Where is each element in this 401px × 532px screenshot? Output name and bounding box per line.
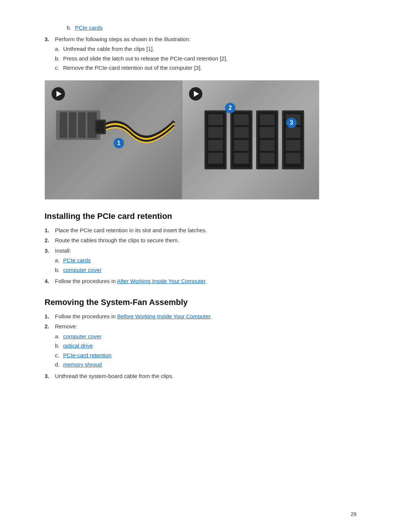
- item-content: PCIe cards: [75, 24, 356, 32]
- install-letter-b: b.: [55, 266, 63, 275]
- remove-d-content: memory shroud: [63, 361, 356, 369]
- memory-shroud-link[interactable]: memory shroud: [63, 361, 102, 368]
- s1-num3: 3.: [45, 247, 55, 276]
- install-b-content: computer cover: [63, 266, 356, 275]
- s2-num2: 2.: [45, 322, 55, 370]
- step3-b-text: Press and slide the latch out to release…: [63, 55, 356, 63]
- illustration-panel-right: 2 3: [182, 81, 319, 199]
- badge-3: 3: [286, 118, 297, 128]
- computer-cover-remove-link[interactable]: computer cover: [63, 333, 101, 339]
- s2-num3: 3.: [45, 372, 55, 381]
- section2-step2: 2. Remove: a. computer cover b. optical …: [45, 322, 356, 370]
- svg-rect-15: [234, 114, 249, 125]
- pcie-card-retention-link[interactable]: PCIe-card retention: [63, 352, 111, 358]
- svg-rect-29: [286, 140, 300, 151]
- step-3-content: Perform the following steps as shown in …: [55, 35, 356, 73]
- section2-step3: 3. Unthread the system-board cable from …: [45, 372, 356, 381]
- svg-rect-10: [208, 127, 223, 138]
- svg-rect-23: [260, 140, 275, 151]
- remove-item-a: a. computer cover: [55, 332, 356, 341]
- step3-sub-b: b. Press and slide the latch out to rele…: [55, 55, 356, 63]
- letter-c: c.: [55, 64, 63, 72]
- step-3-item: 3. Perform the following steps as shown …: [45, 35, 356, 73]
- svg-rect-2: [69, 112, 76, 138]
- remove-letter-b: b.: [55, 342, 63, 350]
- svg-rect-1: [60, 112, 67, 138]
- remove-a-content: computer cover: [63, 332, 356, 341]
- svg-rect-21: [260, 114, 275, 125]
- s1-step4-content: Follow the procedures in After Working I…: [55, 277, 356, 286]
- s2-step3-text: Unthread the system-board cable from the…: [55, 372, 356, 381]
- svg-rect-18: [234, 152, 249, 164]
- section2-step1: 1. Follow the procedures in Before Worki…: [45, 312, 356, 321]
- after-working-link[interactable]: After Working Inside Your Computer: [117, 278, 205, 284]
- install-item-b: b. computer cover: [55, 266, 356, 275]
- step3-sub-a: a. Unthread the cable from the clips [1]…: [55, 45, 356, 53]
- svg-rect-30: [286, 152, 300, 164]
- step3-sub-c: c. Remove the PCIe-card retention out of…: [55, 64, 356, 72]
- svg-rect-28: [286, 127, 300, 138]
- remove-item-d: d. memory shroud: [55, 361, 356, 369]
- s2-num1: 1.: [45, 312, 55, 321]
- svg-rect-11: [208, 140, 223, 151]
- section1-step1: 1. Place the PCIe card retention in its …: [45, 226, 356, 235]
- letter-a: a.: [55, 45, 63, 53]
- pcie-cards-link-top[interactable]: PCIe cards: [75, 24, 102, 31]
- left-panel-svg: [45, 81, 182, 199]
- svg-rect-17: [234, 140, 249, 151]
- section1-step3: 3. Install: a. PCIe cards b. computer co…: [45, 247, 356, 276]
- remove-item-c: c. PCIe-card retention: [55, 351, 356, 360]
- before-working-link[interactable]: Before Working Inside Your Computer: [117, 313, 211, 319]
- pcie-cards-install-link[interactable]: PCIe cards: [63, 257, 91, 263]
- item-letter: b.: [67, 24, 75, 32]
- s1-step1-text: Place the PCIe card retention in its slo…: [55, 226, 356, 235]
- section1-step4: 4. Follow the procedures in After Workin…: [45, 277, 356, 286]
- remove-letter-c: c.: [55, 351, 63, 360]
- svg-rect-24: [260, 152, 275, 164]
- section2-title: Removing the System-Fan Assembly: [45, 298, 356, 307]
- step3-a-text: Unthread the cable from the clips [1].: [63, 45, 356, 53]
- s1-num4: 4.: [45, 277, 55, 286]
- s1-step3-content: Install: a. PCIe cards b. computer cover: [55, 247, 356, 276]
- svg-rect-6: [96, 121, 104, 133]
- svg-rect-16: [234, 127, 249, 138]
- svg-rect-9: [208, 114, 223, 125]
- svg-rect-12: [208, 152, 223, 164]
- letter-b: b.: [55, 55, 63, 63]
- s2-step2-content: Remove: a. computer cover b. optical dri…: [55, 322, 356, 370]
- illustration-container: 1: [45, 80, 319, 200]
- badge-1: 1: [114, 138, 124, 148]
- s1-num1: 1.: [45, 226, 55, 235]
- step-num: 3.: [45, 35, 55, 73]
- svg-rect-22: [260, 127, 275, 138]
- remove-letter-d: d.: [55, 361, 63, 369]
- install-a-content: PCIe cards: [63, 256, 356, 265]
- step3-c-text: Remove the PCIe-card retention out of th…: [63, 64, 356, 72]
- s1-step2-text: Route the cables through the clips to se…: [55, 236, 356, 245]
- remove-item-b: b. optical drive: [55, 342, 356, 350]
- section1-step2: 2. Route the cables through the clips to…: [45, 236, 356, 245]
- s2-step1-content: Follow the procedures in Before Working …: [55, 312, 356, 321]
- section1-title: Installing the PCIe card retention: [45, 211, 356, 221]
- optical-drive-link[interactable]: optical drive: [63, 342, 93, 349]
- badge-2: 2: [225, 103, 235, 113]
- sub-list-item-b: b. PCIe cards: [67, 24, 356, 32]
- right-panel-svg: [182, 81, 319, 199]
- svg-rect-3: [78, 112, 86, 138]
- install-letter-a: a.: [55, 256, 63, 265]
- remove-b-content: optical drive: [63, 342, 356, 350]
- install-item-a: a. PCIe cards: [55, 256, 356, 265]
- illustration-panel-left: 1: [45, 81, 182, 199]
- remove-letter-a: a.: [55, 332, 63, 341]
- s1-num2: 2.: [45, 236, 55, 245]
- remove-c-content: PCIe-card retention: [63, 351, 356, 360]
- computer-cover-install-link[interactable]: computer cover: [63, 267, 101, 273]
- page-number: 29: [351, 511, 356, 517]
